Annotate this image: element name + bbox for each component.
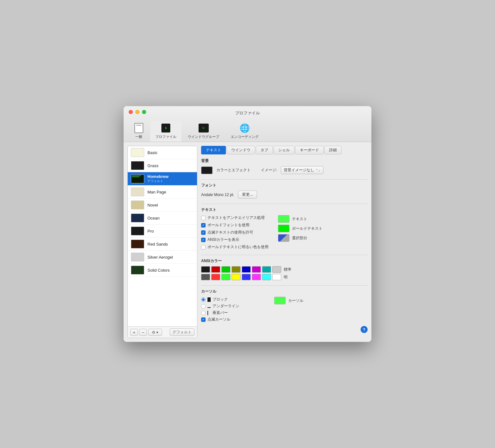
ansi-std-5[interactable] <box>252 266 261 273</box>
ansi-bright-5[interactable] <box>252 274 261 280</box>
font-row: Andale Mono 12 pt. 変更... <box>201 191 368 199</box>
profile-sidebar: Basic Grass <box>127 146 197 338</box>
profile-thumb-solidcolors <box>131 266 144 275</box>
toolbar-general[interactable]: 一般 <box>129 121 149 142</box>
background-color-swatch[interactable] <box>201 166 213 174</box>
ansi-label: ANSIカラーを表示 <box>207 237 239 242</box>
bold-checkbox[interactable] <box>201 223 206 227</box>
divider-4 <box>201 285 368 286</box>
ansi-std-3[interactable] <box>232 266 241 273</box>
profile-thumb-basic <box>131 148 144 157</box>
maximize-button[interactable] <box>142 110 146 114</box>
profile-thumb-pro <box>131 227 144 235</box>
ansi-bright-7[interactable] <box>272 274 281 280</box>
cursor-block-radio[interactable] <box>201 297 206 302</box>
antialias-checkbox[interactable] <box>201 216 206 220</box>
ansi-bright-6[interactable] <box>262 274 271 280</box>
gear-button[interactable]: ⚙ ▾ <box>148 329 162 336</box>
profile-item-ocean[interactable]: Ocean <box>128 212 197 225</box>
add-profile-button[interactable]: + <box>130 329 138 336</box>
font-section: フォント Andale Mono 12 pt. 変更... <box>201 183 368 199</box>
cursor-color-group: カーソル <box>274 297 303 322</box>
text-color-label: テキスト <box>292 216 307 222</box>
change-font-button[interactable]: 変更... <box>238 191 257 199</box>
cursor-color-swatch[interactable] <box>274 297 286 304</box>
ansi-checkbox[interactable] <box>201 238 206 242</box>
bold-color-swatch[interactable] <box>278 225 289 232</box>
ansi-std-1[interactable] <box>211 266 220 273</box>
bold-label: ボールドフォントを使用 <box>207 222 249 228</box>
blink-cursor-row: 点滅カーソル <box>201 317 239 322</box>
brightbold-checkbox[interactable] <box>201 245 206 249</box>
sidebar-footer: + − ⚙ ▾ デフォルト <box>128 326 197 338</box>
ansi-bright-4[interactable] <box>242 274 251 280</box>
text-color-swatch[interactable] <box>278 215 289 223</box>
profile-item-basic[interactable]: Basic <box>128 146 197 159</box>
blink-checkbox[interactable] <box>201 230 206 235</box>
ansi-row: ANSIカラーを表示 <box>201 237 268 242</box>
tab-window[interactable]: ウインドウ <box>227 146 255 154</box>
profile-item-novel[interactable]: Novel <box>128 199 197 212</box>
profile-info-redsands: Red Sands <box>147 242 168 247</box>
window-title: プロファイル <box>129 110 366 116</box>
ansi-bright-3[interactable] <box>232 274 241 280</box>
profile-item-pro[interactable]: Pro <box>128 225 197 238</box>
ansi-bright-2[interactable] <box>221 274 230 280</box>
ansi-standard-row: 標準 <box>201 266 368 273</box>
default-button[interactable]: デフォルト <box>170 329 194 336</box>
ansi-section: ANSIカラー 標準 <box>201 258 368 280</box>
toolbar-windowgroups[interactable]: $1 ウインドウグループ <box>183 121 224 142</box>
profile-item-redsands[interactable]: Red Sands <box>128 238 197 251</box>
profile-item-grass[interactable]: Grass <box>128 159 197 172</box>
ansi-bright-0[interactable] <box>201 274 210 280</box>
profile-info-manpage: Man Page <box>147 190 166 194</box>
profile-item-manpage[interactable]: Man Page <box>128 186 197 199</box>
minimize-button[interactable] <box>135 110 139 114</box>
help-button[interactable]: ? <box>361 326 368 333</box>
font-name-label: Andale Mono 12 pt. <box>201 193 234 197</box>
profile-item-silveraerogel[interactable]: Silver Aerogel <box>128 251 197 264</box>
cursor-underline-radio[interactable] <box>201 304 206 309</box>
text-options: テキストをアンチエイリアス処理 ボールドフォントを使用 点滅テキストの使用を許可 <box>201 215 368 250</box>
titlebar: プロファイル 一般 $ プロファイル $1 ウインドウグループ <box>124 106 371 142</box>
cursor-block-label: ブロック <box>213 297 228 302</box>
toolbar-profiles[interactable]: $ プロファイル <box>150 121 181 142</box>
ansi-bright-1[interactable] <box>211 274 220 280</box>
toolbar-encoding[interactable]: 🌐 エンコーディング <box>226 121 264 142</box>
remove-profile-button[interactable]: − <box>139 329 147 336</box>
blink-cursor-checkbox[interactable] <box>201 317 206 322</box>
text-color-swatches: テキスト ボールドテキスト 選択部分 <box>278 215 322 250</box>
ansi-title: ANSIカラー <box>201 258 368 264</box>
tab-keyboard[interactable]: キーボード <box>295 146 324 154</box>
cursor-bar-radio[interactable] <box>201 311 206 315</box>
ansi-std-7[interactable] <box>272 266 281 273</box>
tab-tab[interactable]: タブ <box>256 146 273 154</box>
ansi-std-6[interactable] <box>262 266 271 273</box>
tab-shell[interactable]: シェル <box>274 146 295 154</box>
ansi-std-2[interactable] <box>221 266 230 273</box>
bold-row: ボールドフォントを使用 <box>201 222 268 228</box>
tabs-bar: テキスト ウインドウ タブ シェル キーボード 詳細 <box>201 146 368 154</box>
text-section: テキスト テキストをアンチエイリアス処理 ボールドフォントを使用 <box>201 207 368 250</box>
brightbold-label: ボールドテキストに明るい色を使用 <box>207 244 268 250</box>
tab-text[interactable]: テキスト <box>201 146 226 154</box>
text-title: テキスト <box>201 207 368 213</box>
close-button[interactable] <box>129 110 133 114</box>
tab-detail[interactable]: 詳細 <box>324 146 342 154</box>
profile-item-homebrew[interactable]: Homebrew デフォルト <box>128 172 197 186</box>
profile-thumb-novel <box>131 200 144 209</box>
blink-row: 点滅テキストの使用を許可 <box>201 230 268 235</box>
background-color-label: カラーとエフェクト <box>216 167 251 173</box>
profile-thumb-silveraerogel <box>131 253 144 261</box>
profile-info-silveraerogel: Silver Aerogel <box>147 255 173 260</box>
profile-item-solidcolors[interactable]: Solid Colors <box>128 264 197 277</box>
profile-info-ocean: Ocean <box>147 216 159 221</box>
cursor-underline-row: アンダーライン <box>201 303 239 309</box>
selection-color-swatch[interactable] <box>278 234 289 242</box>
ansi-std-4[interactable] <box>242 266 251 273</box>
profile-info-grass: Grass <box>147 163 159 168</box>
ansi-std-0[interactable] <box>201 266 210 273</box>
background-image-dropdown[interactable]: 背景イメージなし ⌃⌄ <box>281 166 323 174</box>
ansi-bright-row: 明 <box>201 274 368 280</box>
profile-info-novel: Novel <box>147 203 158 207</box>
